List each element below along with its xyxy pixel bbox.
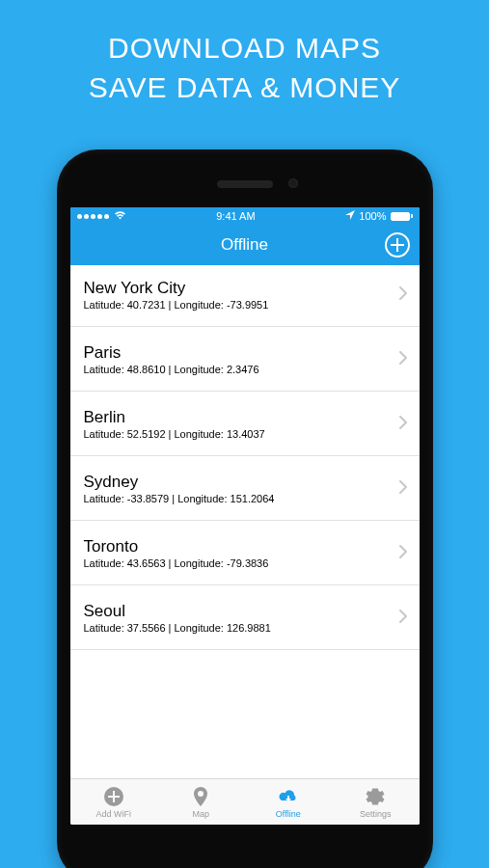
list-item-text: Paris Latitude: 48.8610 | Longitude: 2.3… bbox=[84, 343, 392, 375]
signal-strength-icon bbox=[77, 214, 109, 219]
city-name: Paris bbox=[84, 343, 392, 363]
city-coords: Latitude: 48.8610 | Longitude: 2.3476 bbox=[84, 364, 392, 375]
chevron-right-icon bbox=[399, 610, 408, 627]
list-item-text: New York City Latitude: 40.7231 | Longit… bbox=[84, 279, 392, 311]
navigation-bar: Offline bbox=[70, 225, 420, 265]
list-item-text: Sydney Latitude: -33.8579 | Longitude: 1… bbox=[84, 473, 392, 504]
phone-mockup: 9:41 AM 100% Offline New York City Latit… bbox=[57, 149, 433, 868]
plus-circle-icon bbox=[102, 785, 125, 808]
status-right: 100% bbox=[345, 210, 412, 222]
list-item[interactable]: Paris Latitude: 48.8610 | Longitude: 2.3… bbox=[70, 327, 420, 392]
city-coords: Latitude: 37.5566 | Longitude: 126.9881 bbox=[84, 622, 392, 634]
phone-speaker bbox=[217, 180, 273, 188]
list-item[interactable]: Sydney Latitude: -33.8579 | Longitude: 1… bbox=[70, 456, 420, 521]
promo-line-1: DOWNLOAD MAPS bbox=[0, 29, 489, 68]
tab-label: Settings bbox=[360, 809, 392, 819]
list-item[interactable]: Berlin Latitude: 52.5192 | Longitude: 13… bbox=[70, 392, 420, 456]
svg-point-1 bbox=[198, 791, 204, 797]
tab-label: Offline bbox=[276, 809, 301, 819]
city-name: New York City bbox=[84, 279, 392, 298]
chevron-right-icon bbox=[399, 286, 408, 304]
city-coords: Latitude: 43.6563 | Longitude: -79.3836 bbox=[84, 557, 392, 569]
app-screen: 9:41 AM 100% Offline New York City Latit… bbox=[70, 207, 420, 825]
list-item[interactable]: New York City Latitude: 40.7231 | Longit… bbox=[70, 265, 420, 327]
tab-bar: Add WiFi Map Offline Settings bbox=[70, 778, 420, 825]
battery-percent: 100% bbox=[359, 210, 386, 222]
city-coords: Latitude: 40.7231 | Longitude: -73.9951 bbox=[84, 299, 392, 311]
city-list: New York City Latitude: 40.7231 | Longit… bbox=[70, 265, 420, 778]
tab-offline[interactable]: Offline bbox=[245, 779, 333, 825]
promo-line-2: SAVE DATA & MONEY bbox=[0, 68, 489, 108]
city-name: Berlin bbox=[84, 408, 392, 427]
cloud-download-icon bbox=[277, 785, 300, 808]
status-time: 9:41 AM bbox=[216, 210, 255, 222]
map-pin-icon bbox=[189, 785, 212, 808]
plus-icon bbox=[391, 238, 404, 252]
city-name: Seoul bbox=[84, 602, 392, 621]
chevron-right-icon bbox=[399, 480, 408, 498]
gear-icon bbox=[364, 785, 387, 808]
location-icon bbox=[345, 210, 355, 222]
list-item-text: Seoul Latitude: 37.5566 | Longitude: 126… bbox=[84, 602, 392, 634]
battery-icon bbox=[391, 212, 413, 221]
city-coords: Latitude: 52.5192 | Longitude: 13.4037 bbox=[84, 428, 392, 440]
phone-camera bbox=[288, 178, 298, 188]
city-coords: Latitude: -33.8579 | Longitude: 151.2064 bbox=[84, 493, 392, 504]
status-bar: 9:41 AM 100% bbox=[70, 207, 420, 225]
tab-label: Map bbox=[192, 809, 209, 819]
chevron-right-icon bbox=[399, 545, 408, 562]
list-item[interactable]: Toronto Latitude: 43.6563 | Longitude: -… bbox=[70, 521, 420, 585]
tab-add-wifi[interactable]: Add WiFi bbox=[70, 779, 158, 825]
city-name: Sydney bbox=[84, 473, 392, 492]
tab-label: Add WiFi bbox=[95, 809, 131, 819]
page-title: Offline bbox=[221, 235, 268, 255]
city-name: Toronto bbox=[84, 537, 392, 556]
tab-map[interactable]: Map bbox=[157, 779, 245, 825]
promo-heading: DOWNLOAD MAPS SAVE DATA & MONEY bbox=[0, 0, 489, 107]
list-item-text: Toronto Latitude: 43.6563 | Longitude: -… bbox=[84, 537, 392, 569]
wifi-icon bbox=[114, 210, 126, 222]
status-left bbox=[77, 210, 126, 222]
list-item[interactable]: Seoul Latitude: 37.5566 | Longitude: 126… bbox=[70, 585, 420, 650]
add-button[interactable] bbox=[385, 232, 410, 258]
chevron-right-icon bbox=[399, 351, 408, 368]
tab-settings[interactable]: Settings bbox=[332, 779, 420, 825]
chevron-right-icon bbox=[399, 416, 408, 433]
list-item-text: Berlin Latitude: 52.5192 | Longitude: 13… bbox=[84, 408, 392, 440]
